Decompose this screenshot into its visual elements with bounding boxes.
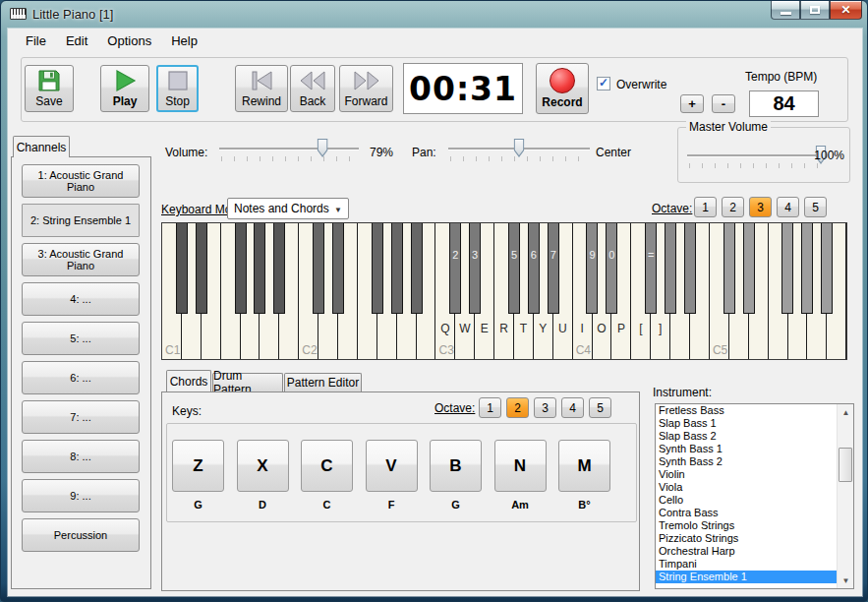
black-key[interactable]: = bbox=[645, 223, 657, 314]
channel-button[interactable]: 2: String Ensemble 1 bbox=[22, 204, 140, 237]
channel-button[interactable]: 7: ... bbox=[22, 400, 140, 434]
menu-options[interactable]: Options bbox=[97, 30, 161, 52]
black-key[interactable]: 6 bbox=[528, 223, 540, 314]
menu-help[interactable]: Help bbox=[161, 30, 207, 52]
black-key[interactable] bbox=[391, 223, 403, 314]
pan-slider-thumb[interactable] bbox=[514, 139, 525, 157]
menu-file[interactable]: File bbox=[16, 30, 56, 52]
stop-button[interactable]: Stop bbox=[156, 65, 199, 112]
rewind-button[interactable]: Rewind bbox=[235, 65, 288, 112]
record-button[interactable]: Record bbox=[536, 63, 589, 114]
instrument-item[interactable]: Fretless Bass bbox=[656, 404, 837, 417]
channel-button[interactable]: 3: Acoustic Grand Piano bbox=[22, 243, 140, 276]
octave-button[interactable]: 3 bbox=[749, 197, 772, 217]
tab-pattern-editor[interactable]: Pattern Editor bbox=[284, 373, 362, 391]
channel-button[interactable]: Percussion bbox=[22, 518, 140, 552]
instrument-item[interactable]: Synth Bass 2 bbox=[656, 455, 837, 468]
black-key[interactable] bbox=[196, 223, 207, 314]
overwrite-checkbox[interactable]: ✓ bbox=[597, 77, 610, 90]
octave-button[interactable]: 1 bbox=[694, 197, 717, 217]
channel-button[interactable]: 8: ... bbox=[22, 440, 140, 473]
channel-button[interactable]: 1: Acoustic Grand Piano bbox=[22, 164, 140, 198]
channel-button[interactable]: 5: ... bbox=[22, 322, 140, 355]
maximize-button[interactable] bbox=[800, 1, 830, 20]
black-key[interactable]: 7 bbox=[548, 223, 559, 314]
instrument-item[interactable]: Slap Bass 2 bbox=[656, 430, 837, 443]
black-key[interactable]: 9 bbox=[586, 223, 598, 314]
black-key[interactable] bbox=[821, 223, 833, 314]
tab-drum-pattern[interactable]: Drum Pattern bbox=[212, 373, 283, 391]
octave-button[interactable]: 2 bbox=[722, 197, 744, 217]
tab-channels[interactable]: Channels bbox=[13, 136, 70, 157]
octave-marker: C2 bbox=[302, 343, 317, 357]
instrument-item[interactable]: Pizzicato Strings bbox=[656, 532, 837, 545]
black-key[interactable] bbox=[781, 223, 793, 314]
chord-key-button[interactable]: X bbox=[237, 440, 289, 492]
tempo-increase-button[interactable]: + bbox=[680, 94, 704, 113]
black-key[interactable] bbox=[313, 223, 324, 314]
save-button[interactable]: Save bbox=[25, 65, 74, 112]
black-key[interactable] bbox=[176, 223, 188, 314]
keyboard-mode-select[interactable]: Notes and Chords ▼ bbox=[227, 198, 349, 219]
scroll-down-icon[interactable]: ▼ bbox=[838, 572, 854, 588]
black-key[interactable] bbox=[665, 223, 676, 314]
octave-button[interactable]: 1 bbox=[479, 397, 501, 418]
black-key[interactable] bbox=[332, 223, 344, 314]
instrument-item[interactable]: Tremolo Strings bbox=[656, 519, 837, 532]
instrument-item[interactable]: Viola bbox=[656, 481, 837, 494]
scrollbar-thumb[interactable] bbox=[839, 448, 852, 482]
instrument-item[interactable]: Synth Bass 1 bbox=[656, 443, 837, 455]
chord-key-button[interactable]: M bbox=[558, 440, 610, 492]
black-key[interactable]: 5 bbox=[508, 223, 520, 314]
chord-key-button[interactable]: Z bbox=[172, 440, 224, 492]
instrument-item[interactable]: Cello bbox=[656, 494, 837, 507]
instrument-item[interactable]: Orchestral Harp bbox=[656, 545, 837, 558]
pan-slider[interactable] bbox=[448, 139, 590, 162]
chord-key-button[interactable]: C bbox=[301, 440, 353, 492]
black-key[interactable]: 2 bbox=[449, 223, 461, 314]
black-key[interactable] bbox=[372, 223, 383, 314]
octave-button[interactable]: 4 bbox=[777, 197, 799, 217]
chord-key-button[interactable]: N bbox=[494, 440, 547, 492]
instrument-item[interactable]: Timpani bbox=[656, 558, 837, 571]
octave-button[interactable]: 5 bbox=[589, 397, 611, 418]
instrument-item[interactable]: Slap Bass 1 bbox=[656, 417, 837, 430]
instrument-item[interactable]: Violin bbox=[656, 468, 837, 481]
titlebar[interactable]: Little Piano [1] ✕ bbox=[1, 1, 867, 29]
play-button[interactable]: Play bbox=[100, 65, 149, 112]
forward-button[interactable]: Forward bbox=[339, 65, 393, 112]
octave-button[interactable]: 5 bbox=[804, 197, 827, 217]
black-key[interactable] bbox=[743, 223, 755, 314]
close-button[interactable]: ✕ bbox=[830, 1, 862, 20]
black-key[interactable] bbox=[254, 223, 265, 314]
black-key[interactable]: 3 bbox=[469, 223, 481, 314]
chord-key-button[interactable]: V bbox=[366, 440, 418, 492]
black-key[interactable] bbox=[723, 223, 735, 314]
black-key[interactable] bbox=[273, 223, 285, 314]
chord-key-button[interactable]: B bbox=[430, 440, 482, 492]
black-key[interactable]: 0 bbox=[606, 223, 617, 314]
minimize-button[interactable] bbox=[771, 1, 800, 20]
channel-button[interactable]: 9: ... bbox=[22, 479, 140, 512]
volume-slider[interactable] bbox=[219, 139, 359, 162]
tempo-decrease-button[interactable]: - bbox=[712, 94, 735, 113]
instrument-item[interactable]: Contra Bass bbox=[656, 507, 837, 519]
octave-button[interactable]: 3 bbox=[534, 397, 556, 418]
menu-edit[interactable]: Edit bbox=[56, 30, 97, 52]
master-volume-slider[interactable] bbox=[687, 146, 821, 169]
black-key[interactable] bbox=[801, 223, 813, 314]
channel-button[interactable]: 6: ... bbox=[22, 361, 140, 394]
instrument-scrollbar[interactable]: ▲ ▼ bbox=[837, 404, 853, 588]
scroll-up-icon[interactable]: ▲ bbox=[838, 404, 854, 420]
black-key[interactable] bbox=[411, 223, 423, 314]
instrument-listbox[interactable]: Fretless BassSlap Bass 1Slap Bass 2Synth… bbox=[655, 403, 854, 589]
channel-button[interactable]: 4: ... bbox=[22, 282, 140, 316]
instrument-item[interactable]: String Ensemble 1 bbox=[656, 571, 837, 583]
octave-button[interactable]: 2 bbox=[506, 397, 529, 418]
volume-slider-thumb[interactable] bbox=[318, 139, 328, 157]
black-key[interactable] bbox=[684, 223, 696, 314]
octave-button[interactable]: 4 bbox=[561, 397, 584, 418]
black-key[interactable] bbox=[235, 223, 247, 314]
tab-chords[interactable]: Chords bbox=[166, 370, 211, 391]
back-button[interactable]: Back bbox=[290, 65, 335, 112]
